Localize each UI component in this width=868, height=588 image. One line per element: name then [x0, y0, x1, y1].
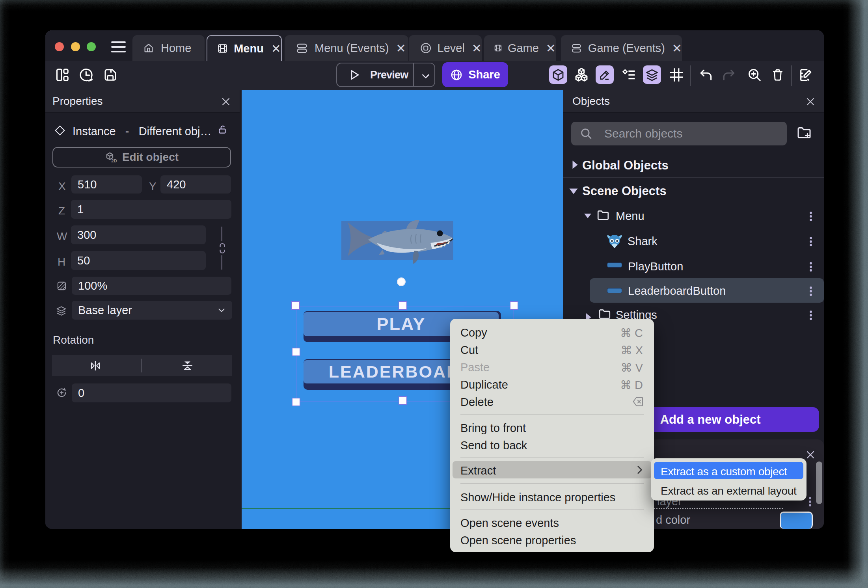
svg-text:2D: 2D	[111, 158, 117, 163]
